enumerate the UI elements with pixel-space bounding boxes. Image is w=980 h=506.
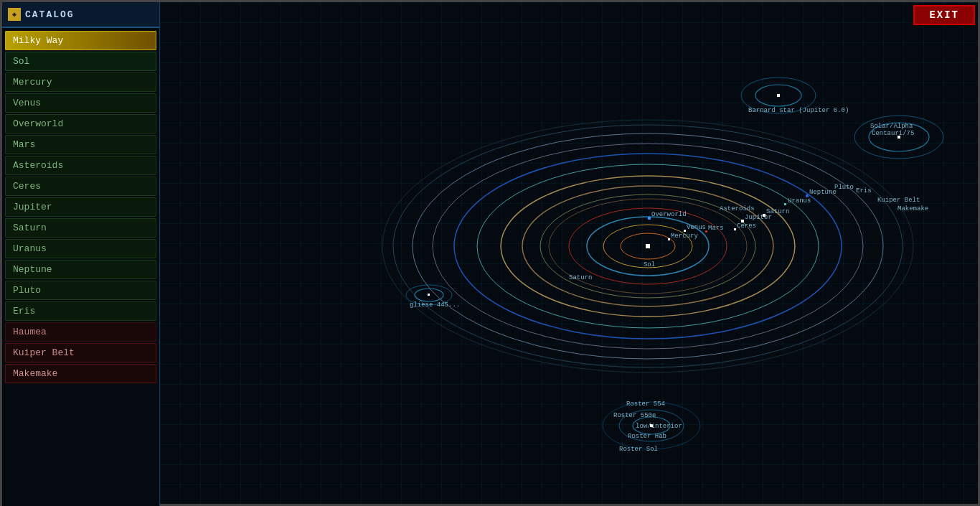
svg-text:gliese 445...: gliese 445... [410,301,460,309]
map-area: Sol Mercury Venus Overworld Mars Ceres J… [160,2,978,504]
svg-text:Neptune: Neptune [809,189,837,196]
svg-text:Solar/Alpha: Solar/Alpha [870,123,913,130]
sidebar-item-mercury[interactable]: Mercury [5,72,156,92]
svg-text:Kuiper Belt: Kuiper Belt [877,197,920,204]
svg-text:Makemake: Makemake [897,205,928,212]
svg-rect-24 [734,228,736,230]
exit-button[interactable]: EXIT [913,5,975,25]
svg-rect-31 [784,203,786,205]
sidebar-item-milky-way[interactable]: Milky Way [5,31,156,50]
sidebar-item-sol[interactable]: Sol [5,52,156,71]
svg-text:Roster 550e: Roster 550e [613,412,656,419]
svg-text:Centauri/75: Centauri/75 [872,130,914,137]
svg-text:Roster Sol: Roster Sol [619,446,658,453]
svg-text:Roster Hab: Roster Hab [628,433,666,440]
sidebar-item-pluto[interactable]: Pluto [5,281,156,300]
sidebar-item-makemake[interactable]: Makemake [5,364,156,383]
sidebar-item-eris[interactable]: Eris [5,301,156,321]
svg-text:Pluto: Pluto [834,184,854,191]
sidebar: ◈ CATALOG Milky WaySolMercuryVenusOverwo… [2,2,160,506]
sidebar-item-jupiter[interactable]: Jupiter [5,197,156,217]
svg-text:low/interior: low/interior [636,423,682,430]
sidebar-item-venus[interactable]: Venus [5,93,156,113]
svg-rect-14 [646,244,650,248]
sidebar-item-uranus[interactable]: Uranus [5,239,156,258]
svg-text:Uranus: Uranus [788,197,811,205]
svg-text:Overworld: Overworld [651,211,687,218]
svg-text:Roster 554: Roster 554 [626,400,665,408]
svg-rect-26 [741,220,744,222]
svg-text:Ceres: Ceres [737,222,756,230]
svg-rect-51 [428,294,430,296]
svg-text:Venus: Venus [687,224,706,231]
svg-rect-22 [705,230,707,233]
svg-rect-33 [806,195,809,197]
sidebar-item-asteroids[interactable]: Asteroids [5,156,156,175]
solar-map: Sol Mercury Venus Overworld Mars Ceres J… [318,2,980,506]
svg-rect-16 [668,238,670,240]
svg-text:Sol: Sol [644,261,655,268]
svg-rect-18 [684,230,686,232]
sidebar-item-kuiper-belt[interactable]: Kuiper Belt [5,343,156,362]
svg-text:Saturn: Saturn [569,274,592,281]
svg-rect-42 [777,94,780,97]
svg-rect-20 [648,217,651,220]
catalog-header: ◈ CATALOG [2,2,159,28]
svg-text:Mars: Mars [708,225,724,232]
svg-text:Barnard star (Jupiter 6.0): Barnard star (Jupiter 6.0) [748,107,849,114]
sidebar-item-haumea[interactable]: Haumea [5,322,156,342]
catalog-title: CATALOG [25,9,75,20]
sidebar-item-saturn[interactable]: Saturn [5,218,156,238]
svg-text:Asteroids: Asteroids [720,205,755,212]
sidebar-item-mars[interactable]: Mars [5,135,156,154]
sidebar-item-neptune[interactable]: Neptune [5,260,156,279]
sidebar-items: Milky WaySolMercuryVenusOverworldMarsAst… [2,31,159,383]
svg-text:Eris: Eris [856,187,872,195]
sidebar-item-ceres[interactable]: Ceres [5,177,156,196]
catalog-icon: ◈ [8,8,21,21]
sidebar-item-overworld[interactable]: Overworld [5,114,156,133]
svg-rect-29 [763,214,765,217]
svg-text:Saturn: Saturn [766,208,789,215]
svg-text:Mercury: Mercury [671,233,698,240]
app: ◈ CATALOG Milky WaySolMercuryVenusOverwo… [0,0,980,506]
